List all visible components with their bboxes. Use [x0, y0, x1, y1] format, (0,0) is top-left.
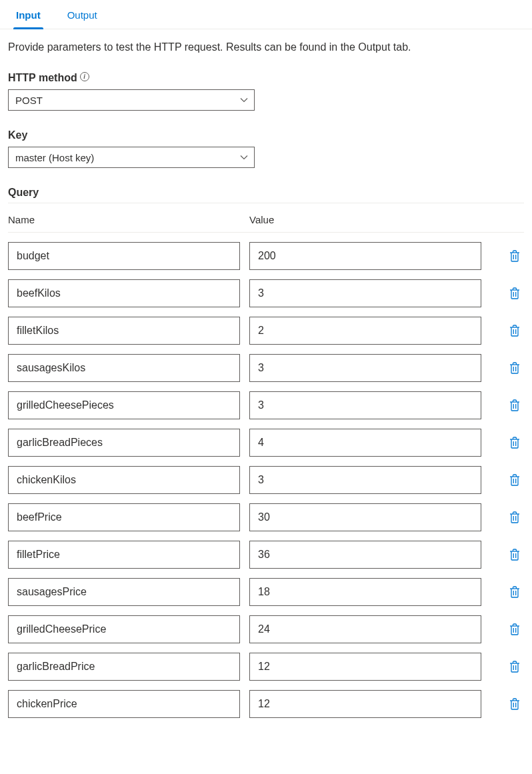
trash-icon — [509, 399, 520, 411]
delete-row-button[interactable] — [505, 545, 524, 564]
delete-row-button[interactable] — [505, 433, 524, 452]
query-title: Query — [8, 187, 524, 199]
tab-content: Provide parameters to test the HTTP requ… — [0, 29, 532, 731]
query-header: Name Value — [8, 209, 524, 233]
delete-row-button[interactable] — [505, 695, 524, 713]
query-row — [8, 615, 524, 643]
trash-icon — [509, 362, 520, 374]
query-value-input[interactable] — [249, 615, 481, 643]
delete-row-button[interactable] — [505, 321, 524, 340]
trash-icon — [509, 511, 520, 523]
query-name-input[interactable] — [8, 578, 240, 606]
query-value-input[interactable] — [249, 541, 481, 569]
query-value-input[interactable] — [249, 466, 481, 494]
tab-output[interactable]: Output — [59, 0, 105, 29]
query-row — [8, 578, 524, 606]
trash-icon — [509, 474, 520, 486]
query-name-input[interactable] — [8, 503, 240, 531]
query-row — [8, 279, 524, 307]
http-method-label: HTTP method i — [8, 72, 524, 84]
delete-row-button[interactable] — [505, 657, 524, 676]
key-field: Key master (Host key) — [8, 129, 524, 168]
query-row — [8, 317, 524, 345]
query-row — [8, 466, 524, 494]
query-row — [8, 503, 524, 531]
trash-icon — [509, 549, 520, 561]
http-method-value: POST — [15, 95, 43, 106]
trash-icon — [509, 325, 520, 337]
intro-text: Provide parameters to test the HTTP requ… — [8, 41, 524, 53]
query-value-input[interactable] — [249, 503, 481, 531]
key-select[interactable]: master (Host key) — [8, 147, 255, 168]
query-value-input[interactable] — [249, 578, 481, 606]
query-row — [8, 653, 524, 681]
tab-bar: Input Output — [0, 0, 532, 29]
delete-row-button[interactable] — [505, 396, 524, 415]
delete-row-button[interactable] — [505, 583, 524, 601]
delete-row-button[interactable] — [505, 620, 524, 639]
http-method-select[interactable]: POST — [8, 89, 255, 111]
tab-input[interactable]: Input — [8, 0, 49, 29]
query-name-input[interactable] — [8, 354, 240, 382]
delete-row-button[interactable] — [505, 247, 524, 265]
query-value-input[interactable] — [249, 391, 481, 419]
query-header-value: Value — [249, 214, 524, 225]
query-section: Query Name Value — [8, 187, 524, 718]
trash-icon — [509, 623, 520, 635]
query-header-name: Name — [8, 214, 240, 225]
query-row — [8, 354, 524, 382]
query-name-input[interactable] — [8, 541, 240, 569]
key-label: Key — [8, 129, 524, 141]
key-value: master (Host key) — [15, 152, 94, 163]
trash-icon — [509, 586, 520, 598]
query-row — [8, 690, 524, 718]
query-value-input[interactable] — [249, 354, 481, 382]
query-name-input[interactable] — [8, 690, 240, 718]
query-row — [8, 242, 524, 270]
trash-icon — [509, 437, 520, 449]
delete-row-button[interactable] — [505, 359, 524, 377]
http-method-field: HTTP method i POST — [8, 72, 524, 111]
query-rows — [8, 242, 524, 718]
trash-icon — [509, 250, 520, 262]
query-row — [8, 541, 524, 569]
query-name-input[interactable] — [8, 317, 240, 345]
delete-row-button[interactable] — [505, 284, 524, 303]
delete-row-button[interactable] — [505, 508, 524, 527]
query-value-input[interactable] — [249, 653, 481, 681]
query-value-input[interactable] — [249, 690, 481, 718]
info-icon[interactable]: i — [80, 72, 89, 81]
trash-icon — [509, 698, 520, 710]
trash-icon — [509, 661, 520, 673]
delete-row-button[interactable] — [505, 471, 524, 489]
query-row — [8, 391, 524, 419]
query-name-input[interactable] — [8, 615, 240, 643]
query-name-input[interactable] — [8, 429, 240, 457]
trash-icon — [509, 287, 520, 299]
query-name-input[interactable] — [8, 279, 240, 307]
query-name-input[interactable] — [8, 653, 240, 681]
http-method-label-text: HTTP method — [8, 72, 77, 84]
key-label-text: Key — [8, 129, 27, 141]
query-value-input[interactable] — [249, 317, 481, 345]
query-value-input[interactable] — [249, 429, 481, 457]
divider — [8, 203, 524, 203]
query-value-input[interactable] — [249, 242, 481, 270]
query-name-input[interactable] — [8, 242, 240, 270]
query-row — [8, 429, 524, 457]
query-name-input[interactable] — [8, 466, 240, 494]
query-name-input[interactable] — [8, 391, 240, 419]
query-value-input[interactable] — [249, 279, 481, 307]
